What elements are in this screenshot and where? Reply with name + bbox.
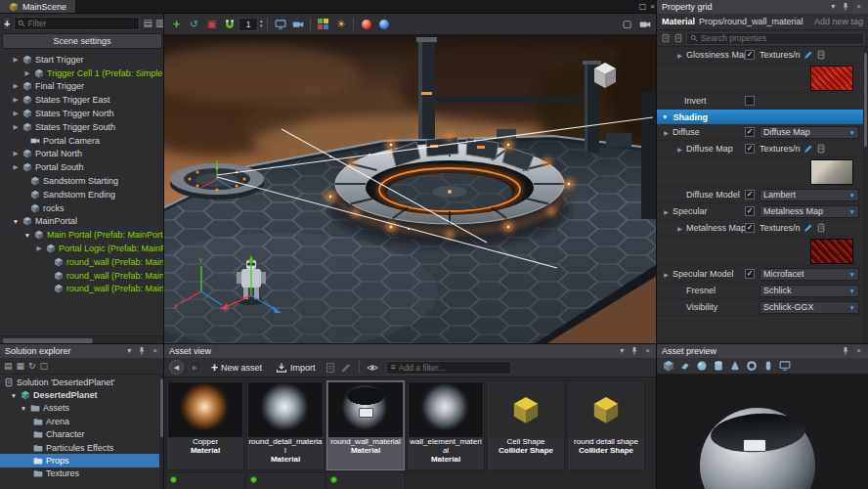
tree-item-portal-north[interactable]: ▶Portal North	[0, 148, 164, 161]
expander-icon[interactable]: ▶	[12, 82, 20, 90]
expander-icon[interactable]: ▶	[35, 244, 43, 252]
move-tool-icon[interactable]: +	[168, 16, 185, 32]
expand-viewport-icon[interactable]: ▢	[619, 16, 635, 32]
preview-shape-model-icon[interactable]	[779, 360, 791, 372]
preview-shape-torus-icon[interactable]	[746, 360, 758, 372]
expander-icon[interactable]: ▶	[663, 129, 670, 136]
asset-tile-cut-1[interactable]	[166, 472, 244, 489]
pin-icon[interactable]	[137, 346, 147, 356]
preview-toggle-eye-icon[interactable]	[367, 362, 378, 374]
tree-item-portal-camera[interactable]: Portal Camera	[0, 134, 164, 148]
back-button[interactable]: ◀	[169, 360, 184, 375]
folder-item-assets[interactable]: ▼ Assets	[0, 402, 164, 415]
tree-item-states-trigger-east[interactable]: ▶States Trigger East	[0, 93, 164, 107]
camera-view-icon[interactable]	[272, 16, 288, 32]
export-icon[interactable]	[325, 362, 336, 374]
asset-tile-wall-element-material[interactable]: wall_element_material Material	[407, 380, 485, 470]
property-vertical-scrollbar[interactable]	[863, 47, 868, 344]
section-expander-icon[interactable]: ▼	[662, 113, 668, 120]
tree-item-sandstorm-ending[interactable]: Sandstorm Ending	[0, 188, 164, 201]
tree-item-sandstorm-starting[interactable]: Sandstorm Starting	[0, 174, 164, 188]
property-row-diffuse-model[interactable]: Diffuse Model ✓ Lambert▼	[657, 187, 863, 203]
close-icon[interactable]: ×	[854, 347, 863, 355]
property-row-diffuse[interactable]: ▶Diffuse ✓ Diffuse Map▼	[657, 124, 863, 141]
tree-item-round-wall-1[interactable]: round_wall (Prefab: MainPortal)	[0, 255, 164, 269]
refresh-icon[interactable]: ↻	[28, 362, 36, 371]
asset-tile-round-detail-material[interactable]: round_detail_material Material	[246, 380, 325, 470]
tree-item-main-portal[interactable]: ▼Main Portal (Prefab: MainPortal)	[0, 228, 164, 242]
snap-value-input[interactable]	[239, 18, 258, 31]
close-icon[interactable]: ×	[854, 3, 863, 11]
tree-item-mainportal[interactable]: ▼MainPortal	[0, 215, 164, 229]
diffuse-model-checkbox[interactable]: ✓	[745, 190, 755, 200]
rotate-tool-icon[interactable]: ↺	[186, 16, 202, 32]
add-entity-button[interactable]: +	[3, 17, 11, 30]
folder-item-props[interactable]: Props	[0, 454, 164, 467]
menu-arrow-icon[interactable]: ▾	[125, 347, 133, 355]
property-row-fresnel[interactable]: Fresnel Schlick▼	[657, 283, 863, 299]
hierarchy-filter-input[interactable]	[27, 19, 136, 28]
pin-icon[interactable]	[841, 346, 850, 356]
pin-icon[interactable]	[629, 346, 639, 356]
folder-item-character[interactable]: Character	[0, 428, 164, 441]
property-row-visibility[interactable]: Visibility Schlick-GGX▼	[657, 299, 863, 316]
copy-properties-icon[interactable]	[661, 33, 671, 43]
fresnel-dropdown[interactable]: Schlick▼	[760, 285, 859, 297]
folder-item-particules-effects[interactable]: Particules Effects	[0, 441, 164, 454]
camera-settings-icon[interactable]	[289, 16, 306, 32]
reset-icon[interactable]	[816, 144, 826, 154]
solution-root-item[interactable]: Solution 'DesertedPlanet'	[0, 376, 164, 388]
asset-tile-cut-3[interactable]	[326, 472, 405, 489]
folder-item-textures[interactable]: Textures	[0, 467, 164, 480]
expander-icon[interactable]: ▶	[12, 96, 20, 104]
expander-icon[interactable]: ▼	[10, 392, 18, 399]
tree-item-final-trigger[interactable]: ▶Final Trigger	[0, 80, 164, 94]
property-row-specular[interactable]: ▶Specular ✓ Metalness Map▼	[657, 203, 863, 220]
tab-mainscene[interactable]: MainScene	[0, 0, 76, 14]
expander-icon[interactable]: ▶	[663, 208, 670, 215]
hierarchy-horizontal-scrollbar[interactable]	[0, 335, 164, 344]
screenshot-icon[interactable]	[636, 16, 653, 32]
specular-model-dropdown[interactable]: Microfacet▼	[760, 268, 859, 281]
tree-item-portal-south[interactable]: ▶Portal South	[0, 160, 164, 174]
hierarchy-filter-box[interactable]	[14, 17, 140, 30]
property-search-input[interactable]	[701, 33, 860, 43]
tree-item-states-trigger-north[interactable]: ▶States Trigger North	[0, 107, 164, 120]
pin-icon[interactable]	[841, 2, 850, 12]
paste-properties-icon[interactable]	[673, 33, 683, 43]
options-icon[interactable]: ▢	[40, 362, 49, 371]
scrollbar-thumb[interactable]	[3, 338, 93, 343]
expander-icon[interactable]: ▶	[676, 52, 683, 59]
property-row-glossiness[interactable]: ▶Glossiness Map ✓ Textures/n	[657, 47, 863, 64]
tree-item-round-wall-2[interactable]: round_wall (Prefab: MainPortal)	[0, 269, 164, 283]
close-icon[interactable]: ×	[151, 347, 159, 355]
maximize-icon[interactable]: ▢	[637, 3, 649, 11]
visibility-dropdown[interactable]: Schlick-GGX▼	[760, 301, 859, 314]
diffuse-model-dropdown[interactable]: Lambert▼	[760, 189, 859, 201]
expander-icon[interactable]: ▶	[12, 150, 20, 157]
expander-icon[interactable]: ▼	[12, 218, 20, 225]
asset-preview-canvas[interactable]	[657, 375, 868, 489]
reset-icon[interactable]	[816, 50, 826, 60]
close-icon[interactable]: ×	[648, 3, 657, 11]
asset-tile-cut-2[interactable]	[246, 472, 325, 489]
expander-icon[interactable]: ▶	[676, 225, 683, 232]
diffuse-texture-thumbnail[interactable]	[810, 159, 853, 185]
add-tag-field[interactable]: Add new tag	[814, 17, 863, 26]
scrollbar-thumb[interactable]	[864, 53, 867, 147]
render-mode-grid-icon[interactable]	[315, 16, 331, 32]
asset-tile-copper[interactable]: Copper Material	[166, 380, 244, 470]
pick-asset-icon[interactable]	[803, 223, 813, 233]
shading-section-header[interactable]: ▼ Shading	[657, 110, 863, 124]
expander-icon[interactable]: ▶	[12, 110, 20, 117]
new-asset-button[interactable]: + New asset	[206, 360, 267, 376]
specular-dropdown[interactable]: Metalness Map▼	[760, 205, 859, 218]
asset-tile-round-detail-shape[interactable]: round detail shape Collider Shape	[567, 380, 645, 470]
tree-item-portal-logic[interactable]: ▶Portal Logic (Prefab: MainPortal)	[0, 242, 164, 255]
invert-checkbox[interactable]	[745, 96, 755, 106]
folder-item-arena[interactable]: Arena	[0, 415, 164, 427]
collapse-all-icon[interactable]: ▤	[4, 362, 13, 371]
menu-arrow-icon[interactable]: ▾	[618, 347, 626, 355]
snap-spinner[interactable]: ▲ ▼	[259, 20, 263, 28]
expander-icon[interactable]: ▶	[12, 56, 20, 64]
